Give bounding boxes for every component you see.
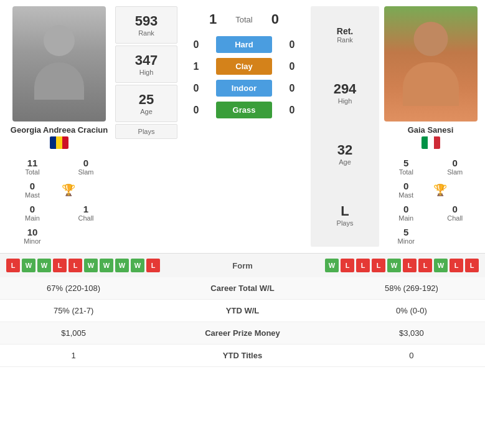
player2-main-value: 0 bbox=[403, 204, 408, 214]
indoor-badge: Indoor bbox=[216, 80, 272, 97]
form-row: LWWLLWWWWL Form WLLLWLLWLL bbox=[6, 259, 479, 272]
career-wl-right: 58% (269-192) bbox=[338, 277, 485, 300]
form-badge-l: L bbox=[418, 259, 432, 272]
form-badge-l: L bbox=[450, 259, 463, 272]
clay-score-right: 0 bbox=[283, 61, 301, 72]
player1-trophy-cell: 🏆 bbox=[60, 179, 112, 201]
player2-chall-label: Chall bbox=[447, 214, 463, 222]
form-badge-w: W bbox=[131, 259, 144, 272]
player2-main-label: Main bbox=[398, 214, 413, 222]
form-badge-l: L bbox=[341, 259, 354, 272]
ret-value: Ret. bbox=[337, 26, 353, 36]
grass-score-right: 0 bbox=[283, 105, 301, 116]
form-badge-l: L bbox=[146, 259, 160, 272]
ytd-titles-left: 1 bbox=[0, 345, 147, 367]
age-value-right: 32 bbox=[337, 142, 352, 158]
high-box: 347 High bbox=[115, 45, 177, 83]
career-wl-row: 67% (220-108) Career Total W/L 58% (269-… bbox=[0, 277, 485, 300]
hard-score-right: 0 bbox=[283, 39, 301, 50]
ytd-titles-label: YTD Titles bbox=[147, 345, 338, 367]
form-badge-w: W bbox=[100, 259, 113, 272]
form-badge-l: L bbox=[356, 259, 370, 272]
player-section: Georgia Andreea Craciun 11 Total 0 Slam bbox=[0, 0, 485, 253]
hard-score-left: 0 bbox=[187, 39, 205, 50]
high-item: 294 High bbox=[334, 81, 357, 105]
player2-slam-label: Slam bbox=[447, 168, 463, 176]
player2-slam-value: 0 bbox=[453, 158, 458, 168]
player1-slam-cell: 0 Slam bbox=[60, 156, 112, 178]
grass-badge: Grass bbox=[216, 102, 272, 118]
player2-chall-value: 0 bbox=[453, 204, 458, 214]
player1-chall-label: Chall bbox=[78, 214, 93, 222]
player1-minor-cell: 10 Minor bbox=[6, 225, 59, 247]
plays-label: Plays bbox=[138, 128, 155, 135]
rank-label: Rank bbox=[138, 29, 154, 37]
player1-chall-value: 1 bbox=[83, 204, 88, 214]
trophy-icon: 🏆 bbox=[62, 183, 75, 197]
form-badge-w: W bbox=[22, 259, 35, 272]
player1-slam-label: Slam bbox=[78, 168, 93, 176]
clay-row: 1 Clay 0 bbox=[181, 57, 308, 76]
player1-flag bbox=[50, 136, 68, 149]
form-section: LWWLLWWWWL Form WLLLWLLWLL bbox=[0, 253, 485, 277]
total-score-right: 0 bbox=[271, 11, 279, 27]
age-value: 25 bbox=[139, 92, 154, 108]
high-label: High bbox=[139, 69, 154, 76]
player2-mast-value: 0 bbox=[403, 181, 408, 191]
player2-total-value: 5 bbox=[403, 158, 408, 168]
high-value: 347 bbox=[135, 52, 158, 69]
player1-chall-cell: 1 Chall bbox=[60, 202, 112, 224]
form-badge-w: W bbox=[434, 259, 448, 272]
total-label: Total bbox=[235, 15, 252, 24]
clay-badge: Clay bbox=[216, 58, 272, 75]
trophy-icon-right: 🏆 bbox=[433, 183, 447, 197]
age-box: 25 Age bbox=[115, 85, 177, 122]
player2-minor-value: 5 bbox=[403, 227, 408, 237]
player2-total-cell: 5 Total bbox=[382, 156, 430, 178]
player2-name: Gaia Sanesi bbox=[408, 125, 454, 135]
player1-mast-cell: 0 Mast bbox=[6, 179, 59, 201]
player2-trophy-cell: 🏆 bbox=[431, 179, 479, 201]
player1-total-label: Total bbox=[25, 168, 39, 176]
player1-main-value: 0 bbox=[30, 204, 35, 214]
form-label: Form bbox=[232, 261, 253, 270]
player1-name: Georgia Andreea Craciun bbox=[11, 125, 108, 135]
player2-chall-cell: 0 Chall bbox=[431, 202, 479, 224]
form-badge-w: W bbox=[325, 259, 339, 272]
high-value-right: 294 bbox=[334, 81, 357, 97]
player2-stats-grid: 5 Total 0 Slam 0 Mast 🏆 0 Main bbox=[382, 156, 479, 247]
player1-minor-label: Minor bbox=[24, 237, 41, 245]
player-right: Gaia Sanesi 5 Total 0 Slam bbox=[382, 6, 479, 247]
player-left: Georgia Andreea Craciun 11 Total 0 Slam bbox=[6, 6, 112, 247]
player1-minor-value: 10 bbox=[27, 227, 38, 237]
player1-total-value: 11 bbox=[27, 158, 38, 168]
career-prize-label: Career Prize Money bbox=[147, 322, 338, 345]
total-row: 1 Total 0 bbox=[181, 6, 308, 32]
ret-item: Ret. Rank bbox=[337, 26, 353, 44]
form-badge-l: L bbox=[6, 259, 20, 272]
hard-row: 0 Hard 0 bbox=[181, 35, 308, 54]
player1-main-label: Main bbox=[25, 214, 40, 222]
center-panel: 1 Total 0 0 Hard 0 1 Clay 0 0 Indoor 0 bbox=[181, 6, 308, 247]
player2-minor-label: Minor bbox=[397, 237, 415, 245]
ytd-wl-left: 75% (21-7) bbox=[0, 300, 147, 322]
rank-box: 593 Rank bbox=[115, 6, 177, 44]
form-badge-w: W bbox=[387, 259, 401, 272]
age-item: 32 Age bbox=[337, 142, 352, 166]
stats-table: 67% (220-108) Career Total W/L 58% (269-… bbox=[0, 277, 485, 367]
age-label-right: Age bbox=[339, 158, 351, 166]
player1-slam-value: 0 bbox=[83, 158, 88, 168]
form-badge-w: W bbox=[37, 259, 51, 272]
ret-label: Rank bbox=[337, 36, 353, 44]
player1-main-cell: 0 Main bbox=[6, 202, 59, 224]
form-badge-w: W bbox=[84, 259, 98, 272]
form-badge-l: L bbox=[68, 259, 82, 272]
player1-total-cell: 11 Total bbox=[6, 156, 59, 178]
player1-mast-value: 0 bbox=[30, 181, 35, 191]
player1-photo bbox=[12, 6, 106, 122]
player2-photo bbox=[384, 6, 478, 122]
hard-badge: Hard bbox=[216, 36, 272, 53]
form-badge-l: L bbox=[372, 259, 385, 272]
career-wl-label: Career Total W/L bbox=[147, 277, 338, 300]
player2-slam-cell: 0 Slam bbox=[431, 156, 479, 178]
